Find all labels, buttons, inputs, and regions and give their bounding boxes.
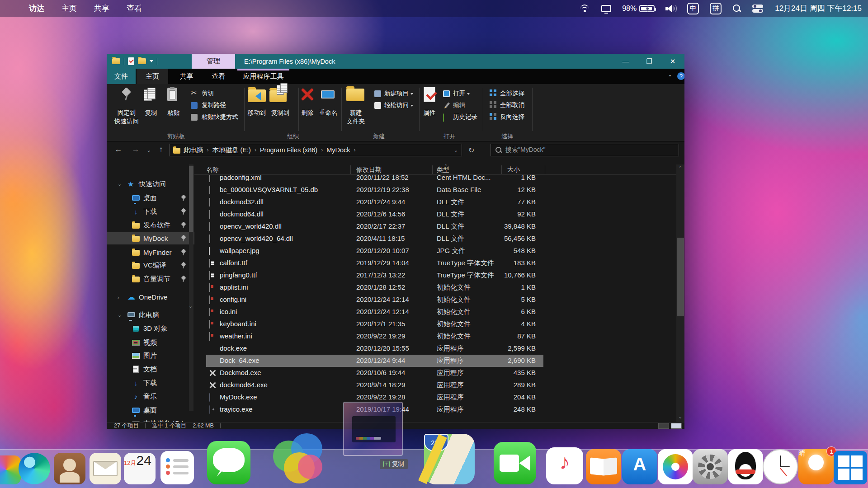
file-row-calfont.ttf[interactable]: calfont.ttf2019/12/29 14:04TrueType 字体文件…: [194, 257, 676, 269]
details-view-button[interactable]: [658, 423, 669, 429]
tab-share[interactable]: 共享: [172, 69, 201, 84]
file-row-Dock_64.exe[interactable]: Dock_64.exe2020/12/24 9:44应用程序2,690 KB: [194, 355, 676, 367]
move-to-button[interactable]: 移动到: [248, 109, 266, 117]
sidebar-item-文档[interactable]: 文档: [107, 363, 194, 375]
easy-access-button[interactable]: 轻松访问: [384, 101, 413, 109]
easy-access-icon[interactable]: [374, 102, 381, 109]
sidebar-item-音乐[interactable]: ♪音乐: [107, 390, 194, 403]
file-row-pingfang0.ttf[interactable]: pingfang0.ttf2017/12/3 13:22TrueType 字体文…: [194, 269, 676, 282]
close-button[interactable]: ✕: [661, 54, 684, 69]
new-item-icon[interactable]: [374, 90, 381, 97]
new-folder-icon[interactable]: [346, 89, 364, 101]
paste-button[interactable]: 粘贴: [168, 109, 180, 117]
dock-icon-photos[interactable]: [658, 449, 693, 484]
sidebar-item-MyDock[interactable]: MyDock: [107, 232, 194, 244]
dock-icon-mail[interactable]: [90, 453, 121, 484]
qat-new-folder-icon[interactable]: [138, 58, 146, 64]
edit-button[interactable]: 编辑: [453, 101, 465, 109]
file-row-opencv_world420_64.dll[interactable]: opencv_world420_64.dll2020/4/11 18:15DLL…: [194, 233, 676, 245]
rename-icon[interactable]: [321, 90, 335, 99]
pin-button[interactable]: 固定到: [118, 109, 136, 117]
column-size[interactable]: 大小: [507, 166, 520, 174]
dock-icon-windows[interactable]: [834, 451, 867, 484]
dock-icon-messages[interactable]: [207, 441, 250, 484]
menu-view[interactable]: 查看: [127, 3, 142, 14]
menu-bar-clock[interactable]: 12月24日 周四 下午12:15: [775, 3, 862, 14]
dock-icon-clock[interactable]: [763, 449, 798, 484]
select-none-icon[interactable]: [490, 101, 496, 108]
sidebar-item-下载[interactable]: ↓下载: [107, 377, 194, 389]
volume-icon[interactable]: [665, 4, 676, 13]
expand-chevron-icon[interactable]: ⌄: [118, 181, 122, 187]
dock-icon-weather[interactable]: 1晴: [798, 449, 834, 484]
forward-icon[interactable]: →: [132, 145, 140, 154]
dock-icon-contacts[interactable]: [54, 453, 85, 484]
cut-icon[interactable]: ✂: [191, 89, 197, 97]
file-row-Dockmod.exe[interactable]: Dockmod.exe2020/10/6 19:44应用程序435 KB: [194, 367, 676, 379]
sidebar-item-快速访问[interactable]: ⌄★快速访问: [107, 178, 194, 190]
file-row-keyboard.ini[interactable]: keyboard.ini2020/12/1 21:35初始化文件4 KB: [194, 318, 676, 330]
sidebar-item-MyFinder[interactable]: MyFinder: [107, 246, 194, 258]
search-box[interactable]: 搜索"MyDock": [491, 144, 679, 156]
file-list-scrollbar[interactable]: ⌃ ⌄: [676, 164, 684, 422]
dock-icon-color-circles[interactable]: [272, 431, 326, 484]
qat-folder-icon[interactable]: [112, 58, 120, 64]
breadcrumb-bar[interactable]: 此电脑›本地磁盘 (E:)›Program Files (x86)›MyDock…: [169, 144, 462, 156]
column-name[interactable]: 名称: [206, 166, 219, 174]
menu-home[interactable]: 主页: [61, 3, 77, 14]
battery-indicator[interactable]: 98%: [622, 5, 655, 13]
delete-button[interactable]: 删除: [302, 109, 314, 117]
dock-icon-books[interactable]: [586, 449, 621, 484]
history-icon[interactable]: [443, 114, 450, 121]
dock-icon-facetime[interactable]: [494, 442, 536, 484]
delete-icon[interactable]: [299, 87, 315, 102]
file-row-ico.ini[interactable]: ico.ini2020/12/24 12:14初始化文件6 KB: [194, 306, 676, 318]
scroll-up-icon[interactable]: ⌃: [678, 165, 682, 171]
sidebar-item-本地磁盘 (C:)[interactable]: 本地磁盘 (C:): [107, 418, 194, 422]
tab-app-tools[interactable]: 应用程序工具: [237, 69, 289, 84]
sidebar-item-此电脑[interactable]: ⌄此电脑: [107, 309, 194, 321]
breadcrumb-segment[interactable]: 本地磁盘 (E:): [211, 146, 253, 155]
dock-icon-music[interactable]: [546, 447, 583, 484]
sidebar-item-视频[interactable]: 视频: [107, 337, 194, 349]
dock-icon-maps[interactable]: 280: [424, 434, 475, 484]
dock-icon-launchpad[interactable]: [0, 455, 21, 484]
file-row-config.ini[interactable]: config.ini2020/12/24 12:14初始化文件5 KB: [194, 294, 676, 306]
select-none-button[interactable]: 全部取消: [500, 101, 524, 109]
back-icon[interactable]: ←: [115, 145, 123, 154]
file-row-trayico.exe[interactable]: trayico.exe2019/10/17 19:44应用程序248 KB: [194, 404, 676, 416]
file-row-MyDock.exe[interactable]: MyDock.exe2020/9/22 19:28应用程序204 KB: [194, 391, 676, 404]
file-row-bc_00000LVSQV3ARNLT_05.db[interactable]: bc_00000LVSQV3ARNLT_05.db2020/12/19 22:3…: [194, 184, 676, 196]
dock-icon-reminders[interactable]: [160, 451, 194, 484]
sidebar-item-发布软件[interactable]: 发布软件: [107, 219, 194, 231]
paste-shortcut-button[interactable]: 粘贴快捷方式: [202, 113, 238, 121]
history-button[interactable]: 历史记录: [453, 113, 477, 121]
file-row-padconfig.xml[interactable]: padconfig.xml2020/11/22 18:52Cent HTML D…: [194, 175, 676, 184]
sidebar-item-OneDrive[interactable]: ›☁OneDrive: [107, 291, 194, 303]
sidebar-scrollbar-thumb[interactable]: [189, 166, 193, 232]
file-row-dockmod64.exe[interactable]: dockmod64.exe2020/9/14 18:29应用程序289 KB: [194, 379, 676, 391]
edit-icon[interactable]: [444, 102, 451, 109]
select-all-icon[interactable]: [490, 89, 496, 96]
tab-view[interactable]: 查看: [204, 69, 233, 84]
sidebar-item-桌面[interactable]: 桌面: [107, 404, 194, 417]
file-list-scrollbar-thumb[interactable]: [677, 238, 684, 316]
dock-icon-settings[interactable]: [693, 449, 728, 484]
help-icon[interactable]: ?: [677, 72, 684, 80]
sidebar-item-下载[interactable]: ↓下载: [107, 206, 194, 218]
display-icon[interactable]: [601, 5, 611, 12]
cut-button[interactable]: 剪切: [202, 89, 214, 98]
breadcrumb-segment[interactable]: 此电脑: [182, 146, 205, 155]
sidebar-scroll-down-icon[interactable]: ⌄: [189, 303, 193, 309]
pin-button-line2[interactable]: 快速访问: [114, 117, 139, 126]
scroll-down-icon[interactable]: ⌄: [678, 414, 682, 420]
app-menu-finder[interactable]: 访达: [29, 3, 44, 14]
file-row-applist.ini[interactable]: applist.ini2020/1/28 12:52初始化文件1 KB: [194, 282, 676, 294]
paste-shortcut-icon[interactable]: [191, 114, 198, 121]
dock-icon-calendar[interactable]: 12月24: [124, 453, 156, 484]
collapse-ribbon-icon[interactable]: ⌃: [668, 74, 672, 80]
sidebar-item-桌面[interactable]: 桌面: [107, 192, 194, 204]
address-dropdown-chevron-icon[interactable]: ⌄: [454, 147, 458, 153]
copy-button[interactable]: 复制: [145, 109, 157, 117]
new-folder-button[interactable]: 新建: [350, 109, 362, 117]
